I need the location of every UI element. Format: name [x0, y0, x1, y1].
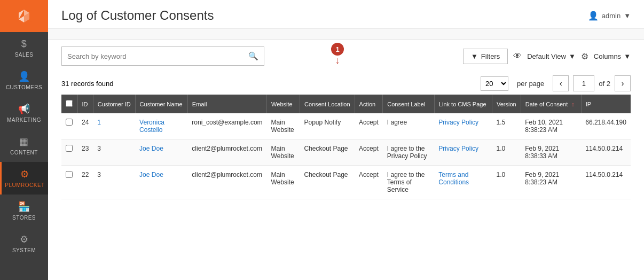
th-consent-label: Consent Label [383, 95, 435, 113]
cell-date-of-consent: Feb 9, 2021 8:38:23 AM [521, 166, 581, 199]
user-name: admin [602, 12, 621, 20]
cms-page-link[interactable]: Privacy Policy [438, 119, 478, 126]
sidebar-item-plumrocket[interactable]: ⚙ PLUMROCKET [0, 162, 48, 195]
filters-button[interactable]: ▼ Filters [463, 49, 508, 64]
search-button[interactable]: 🔍 [243, 51, 264, 61]
prev-page-button[interactable]: ‹ [553, 75, 569, 91]
th-checkbox [61, 95, 77, 113]
sidebar-item-marketing[interactable]: 📢 MARKETING [0, 97, 48, 129]
row-checkbox[interactable] [66, 119, 73, 126]
cell-version: 1.0 [492, 166, 521, 199]
controls-bar: 🔍 ▼ Filters 👁 Default View ▼ ⚙ Columns ▼ [48, 40, 644, 72]
cell-date-of-consent: Feb 10, 2021 8:38:23 AM [521, 113, 581, 139]
cell-website: Main Website [267, 166, 300, 199]
sidebar-item-system[interactable]: ⚙ SYSTEM [0, 227, 48, 260]
th-ip: IP [581, 95, 631, 113]
next-page-button[interactable]: › [615, 75, 631, 91]
columns-button[interactable]: Columns ▼ [594, 52, 631, 60]
sidebar-item-sales[interactable]: $ SALES [0, 32, 48, 64]
cell-website: Main Website [267, 139, 300, 166]
plumrocket-icon: ⚙ [20, 168, 29, 180]
cell-consent-label: I agree to the Terms of Service [383, 166, 435, 199]
row-checkbox[interactable] [66, 145, 73, 152]
th-date-of-consent[interactable]: Date of Consent ↑ [521, 95, 581, 113]
cell-date-of-consent: Feb 9, 2021 8:38:33 AM [521, 139, 581, 166]
user-menu[interactable]: 👤 admin ▼ [588, 11, 631, 21]
total-pages-label: of 2 [599, 80, 610, 88]
user-icon: 👤 [588, 11, 599, 21]
current-page-input[interactable] [573, 75, 594, 91]
cell-checkbox [61, 113, 77, 139]
cell-consent-location: Checkout Page [300, 166, 355, 199]
cms-page-link[interactable]: Privacy Policy [438, 145, 478, 152]
sub-toolbar [48, 29, 644, 40]
th-consent-location: Consent Location [300, 95, 355, 113]
customer-name-link[interactable]: Joe Doe [139, 145, 163, 152]
sidebar-item-stores[interactable]: 🏪 STORES [0, 195, 48, 227]
th-version: Version [492, 95, 521, 113]
cell-customer-id: 1 [93, 113, 135, 139]
cell-version: 1.0 [492, 139, 521, 166]
cell-customer-name: Joe Doe [135, 166, 187, 199]
default-view-button[interactable]: Default View ▼ [527, 52, 576, 60]
content-icon: ▦ [19, 136, 29, 147]
th-action: Action [355, 95, 383, 113]
main-content: Log of Customer Consents 👤 admin ▼ 🔍 ▼ F… [48, 0, 644, 280]
cog-icon: ⚙ [581, 51, 588, 61]
customers-icon: 👤 [18, 71, 30, 82]
th-email: Email [187, 95, 266, 113]
cell-action: Accept [355, 139, 383, 166]
columns-dropdown-arrow: ▼ [624, 52, 631, 60]
cell-id: 22 [77, 166, 93, 199]
user-dropdown-arrow: ▼ [624, 12, 631, 20]
cell-id: 23 [77, 139, 93, 166]
th-customer-id: Customer ID [93, 95, 135, 113]
cell-email: roni_cost@example.com [187, 113, 266, 139]
cell-consent-label: I agree [383, 113, 435, 139]
customer-name-link[interactable]: Joe Doe [139, 171, 163, 178]
cell-action: Accept [355, 166, 383, 199]
per-page-label: per page [517, 80, 544, 88]
cell-customer-id: 3 [93, 166, 135, 199]
customer-name-link[interactable]: Veronica Costello [139, 119, 164, 134]
cell-customer-name: Joe Doe [135, 139, 187, 166]
sidebar: $ SALES 👤 CUSTOMERS 📢 MARKETING ▦ CONTEN… [0, 0, 48, 280]
cell-link-cms: Privacy Policy [434, 113, 492, 139]
cell-id: 24 [77, 113, 93, 139]
sidebar-item-content[interactable]: ▦ CONTENT [0, 129, 48, 162]
cell-link-cms: Privacy Policy [434, 139, 492, 166]
controls-right: ▼ Filters 👁 Default View ▼ ⚙ Columns ▼ [463, 49, 631, 64]
table-row: 24 1 Veronica Costello roni_cost@example… [61, 113, 631, 139]
th-website: Website [267, 95, 300, 113]
th-customer-name: Customer Name [135, 95, 187, 113]
row-checkbox[interactable] [66, 171, 73, 178]
page-size-select: 20 50 100 [481, 76, 508, 91]
sales-icon: $ [21, 38, 27, 50]
cell-email: client2@plumrocket.com [187, 139, 266, 166]
cell-email: client2@plumrocket.com [187, 166, 266, 199]
consents-table: ID Customer ID Customer Name Email Websi… [61, 95, 631, 199]
filter-icon: ▼ [471, 52, 478, 60]
sidebar-logo[interactable] [0, 0, 48, 32]
cell-ip: 66.218.44.190 [581, 113, 631, 139]
sidebar-item-customers[interactable]: 👤 CUSTOMERS [0, 64, 48, 97]
table-header-row: ID Customer ID Customer Name Email Websi… [61, 95, 631, 113]
pagination: 20 50 100 per page ‹ of 2 › [481, 75, 631, 91]
header: Log of Customer Consents 👤 admin ▼ [48, 0, 644, 29]
cms-page-link[interactable]: Terms and Conditions [438, 171, 469, 186]
view-dropdown-arrow: ▼ [569, 52, 576, 60]
cell-ip: 114.50.0.214 [581, 166, 631, 199]
table-row: 23 3 Joe Doe client2@plumrocket.com Main… [61, 139, 631, 166]
cell-customer-id: 3 [93, 139, 135, 166]
cell-consent-location: Popup Notify [300, 113, 355, 139]
page-title: Log of Customer Consents [61, 8, 214, 23]
cell-customer-name: Veronica Costello [135, 113, 187, 139]
th-id: ID [77, 95, 93, 113]
search-input[interactable] [62, 52, 243, 60]
customer-id-link[interactable]: 1 [97, 119, 101, 126]
cell-checkbox [61, 166, 77, 199]
select-all-checkbox[interactable] [66, 100, 73, 107]
table-body: 24 1 Veronica Costello roni_cost@example… [61, 113, 631, 199]
page-size-dropdown[interactable]: 20 50 100 [481, 77, 508, 90]
records-row: 31 records found 1 ↓ 20 50 100 per page … [48, 72, 644, 95]
